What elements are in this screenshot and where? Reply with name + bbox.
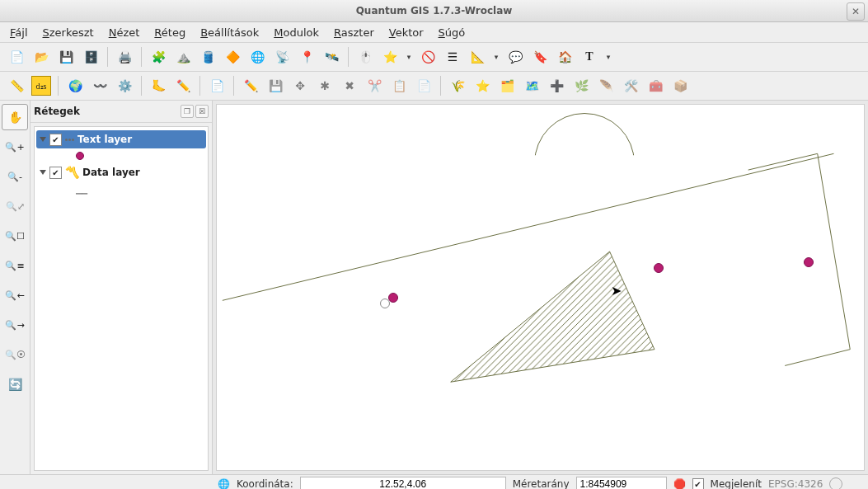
tbtn-grass1[interactable]: 🌾 (446, 74, 469, 97)
tbtn-bookmark2[interactable]: 🏠 (553, 45, 576, 68)
panel-close-button[interactable]: ☒ (195, 105, 209, 118)
render-label: Megjelenít (711, 478, 762, 489)
map-canvas[interactable]: ➤ (216, 104, 865, 471)
tbtn-deselect[interactable]: 🚫 (416, 45, 439, 68)
tbtn-cut[interactable]: ✂️ (363, 74, 386, 97)
menu-raster[interactable]: Raszter (331, 25, 378, 40)
tbtn-select[interactable]: ⭐ (378, 45, 401, 68)
menu-vector[interactable]: Vektor (386, 25, 427, 40)
tbtn-measure-dropdown[interactable]: ▾ (490, 45, 502, 68)
menu-plugins[interactable]: Modulok (270, 25, 322, 40)
tbtn-gps2[interactable]: 🦶 (147, 74, 170, 97)
cut-icon: ✂️ (368, 79, 382, 92)
tbtn-zoomlayer[interactable]: 🔍≡ (2, 252, 28, 279)
render-checkbox[interactable]: ✔ (692, 478, 704, 489)
tbtn-edit[interactable]: ✏️ (171, 74, 195, 97)
coord-input[interactable] (300, 477, 506, 489)
stop-render-icon[interactable]: 🛑 (673, 478, 686, 489)
tbtn-grass2[interactable]: ⭐ (471, 74, 494, 97)
tbtn-grass10[interactable]: 📦 (669, 74, 692, 97)
tbtn-addpg[interactable]: 🛢️ (196, 45, 219, 68)
menu-file[interactable]: Fájl (7, 25, 31, 40)
tbtn-node[interactable]: ✱ (313, 74, 336, 97)
tbtn-grass3[interactable]: 🗂️ (495, 74, 518, 97)
tbtn-grass5[interactable]: ➕ (545, 74, 568, 97)
tbtn-delete[interactable]: ✖ (338, 74, 361, 97)
tbtn-save[interactable]: 💾 (54, 45, 77, 68)
tbtn-addwfs[interactable]: 📡 (270, 45, 293, 68)
tbtn-addgps[interactable]: 🛰️ (320, 45, 343, 68)
window-close-button[interactable]: ✕ (847, 2, 865, 21)
expand-icon[interactable] (40, 137, 46, 142)
menu-help[interactable]: Súgó (435, 25, 469, 40)
menu-view[interactable]: Nézet (106, 25, 143, 40)
tbtn-zoomnext[interactable]: 🔍→ (2, 312, 28, 338)
coord-label: Koordináta: (237, 478, 293, 489)
check-icon: ✔ (52, 168, 59, 177)
tbtn-saveas[interactable]: 🗄️ (79, 45, 102, 68)
scale-input[interactable] (576, 477, 667, 489)
layer-checkbox-data[interactable]: ✔ (49, 167, 62, 179)
tbtn-pencil[interactable]: ✏️ (239, 74, 262, 97)
tbtn-gear[interactable]: ⚙️ (113, 74, 136, 97)
tbtn-pan[interactable]: ✋ (2, 104, 28, 130)
tbtn-maptips[interactable]: 💬 (504, 45, 527, 68)
projection-icon[interactable] (829, 477, 842, 489)
tbtn-globe[interactable]: 🌍 (63, 74, 87, 97)
tbtn-d2s[interactable]: d₂s (30, 74, 53, 97)
tbtn-bookmark[interactable]: 🔖 (528, 45, 551, 68)
expand-icon[interactable] (40, 170, 46, 175)
panel-detach-button[interactable]: ❐ (181, 105, 194, 118)
tbtn-gps[interactable]: 〰️ (88, 74, 111, 97)
tbtn-grass6[interactable]: 🌿 (570, 74, 593, 97)
tbtn-zoomout[interactable]: 🔍- (2, 163, 28, 190)
new-icon: 📄 (10, 50, 24, 63)
layer-checkbox-text[interactable]: ✔ (49, 134, 62, 146)
tbtn-open[interactable]: 📂 (30, 45, 53, 68)
layer-row-data[interactable]: ✔ 〽️ Data layer (36, 163, 206, 181)
tbtn-table[interactable]: ☰ (441, 45, 464, 68)
dropdown-icon: ▾ (407, 53, 411, 61)
save-icon: 💾 (59, 50, 73, 63)
globe-status-icon[interactable]: 🌐 (218, 478, 230, 489)
layers-tree[interactable]: ✔ Text layer ✔ 〽️ Data layer ⎯⎯ (34, 126, 209, 471)
tbtn-addwms[interactable]: 🌐 (246, 45, 269, 68)
addgps-icon: 🛰️ (325, 50, 339, 63)
tbtn-new[interactable]: 📄 (5, 45, 28, 68)
tbtn-print[interactable]: 🖨️ (113, 45, 136, 68)
tbtn-newv[interactable]: 📄 (205, 74, 228, 97)
tbtn-textann[interactable]: T (578, 45, 601, 68)
tbtn-zoomsel[interactable]: 🔍☐ (2, 223, 28, 249)
menu-settings[interactable]: Beállítások (197, 25, 262, 40)
tbtn-zoom1[interactable]: 🔍⦿ (2, 341, 28, 368)
tbtn-addraster[interactable]: ⛰️ (171, 45, 195, 68)
grass-icon: ⭐ (476, 79, 490, 92)
menu-edit[interactable]: Szerkeszt (40, 25, 97, 40)
tbtn-savee[interactable]: 💾 (264, 74, 287, 97)
tbtn-adddelim[interactable]: 📍 (295, 45, 318, 68)
tbtn-grass9[interactable]: 🧰 (644, 74, 667, 97)
tbtn-addvector[interactable]: 🧩 (147, 45, 170, 68)
tbtn-measure[interactable]: 📐 (466, 45, 489, 68)
closep-icon: ☒ (199, 107, 205, 115)
tbtn-identify[interactable]: 🖱️ (354, 45, 377, 68)
tbtn-ruler[interactable]: 📏 (5, 74, 28, 97)
tbtn-zoomfull[interactable]: 🔍⤢ (2, 193, 28, 219)
menu-layer[interactable]: Réteg (151, 25, 189, 40)
tbtn-zoomin[interactable]: 🔍+ (2, 134, 28, 160)
tbtn-zoomlast[interactable]: 🔍← (2, 282, 28, 308)
tbtn-move[interactable]: ✥ (289, 74, 312, 97)
layer-row-text[interactable]: ✔ Text layer (36, 130, 206, 148)
tbtn-addsl[interactable]: 🔶 (221, 45, 244, 68)
tbtn-grass7[interactable]: 🪶 (594, 74, 617, 97)
tbtn-copy[interactable]: 📋 (387, 74, 411, 97)
layers-panel-header[interactable]: Rétegek ❐ ☒ (30, 101, 212, 123)
addwfs-icon: 📡 (275, 50, 289, 63)
tbtn-textann-dropdown[interactable]: ▾ (603, 45, 614, 68)
tbtn-grass8[interactable]: 🛠️ (619, 74, 642, 97)
epsg-label: EPSG:4326 (768, 478, 823, 489)
tbtn-select-dropdown[interactable]: ▾ (403, 45, 415, 68)
tbtn-grass4[interactable]: 🗺️ (520, 74, 543, 97)
tbtn-paste[interactable]: 📄 (412, 74, 435, 97)
tbtn-refresh[interactable]: 🔄 (2, 371, 28, 397)
